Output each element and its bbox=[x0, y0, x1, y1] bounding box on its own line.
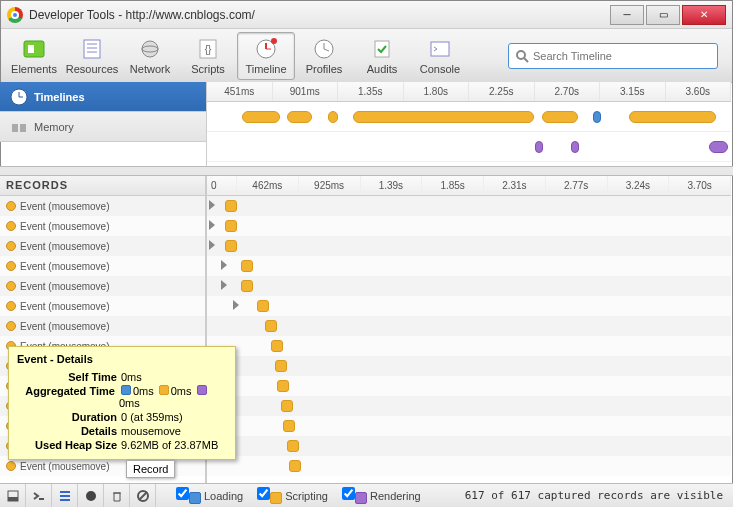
event-marker[interactable] bbox=[277, 380, 289, 392]
event-marker[interactable] bbox=[287, 440, 299, 452]
overview-bar[interactable] bbox=[242, 111, 280, 123]
overview-bar[interactable] bbox=[328, 111, 338, 123]
event-marker[interactable] bbox=[283, 420, 295, 432]
event-marker[interactable] bbox=[257, 300, 269, 312]
chart-row[interactable] bbox=[207, 216, 731, 236]
chart-row[interactable] bbox=[207, 336, 731, 356]
search-box[interactable] bbox=[508, 43, 718, 69]
record-row[interactable]: Event (mousemove) bbox=[0, 296, 205, 316]
record-row[interactable]: Event (mousemove) bbox=[0, 256, 205, 276]
titlebar: Developer Tools - http://www.cnblogs.com… bbox=[1, 1, 732, 29]
maximize-button[interactable]: ▭ bbox=[646, 5, 680, 25]
filter-button[interactable] bbox=[130, 484, 156, 508]
memory-icon bbox=[10, 118, 28, 136]
tab-network[interactable]: Network bbox=[121, 32, 179, 80]
disclosure-triangle-icon[interactable] bbox=[209, 200, 215, 210]
record-row[interactable]: Event (mousemove) bbox=[0, 196, 205, 216]
event-marker[interactable] bbox=[225, 220, 237, 232]
overview-bar[interactable] bbox=[709, 141, 728, 153]
sidetab-label: Timelines bbox=[34, 91, 85, 103]
record-row[interactable]: Event (mousemove) bbox=[0, 236, 205, 256]
loading-checkbox[interactable] bbox=[176, 487, 189, 500]
event-marker[interactable] bbox=[289, 460, 301, 472]
overview-bar[interactable] bbox=[593, 111, 601, 123]
scripting-checkbox[interactable] bbox=[257, 487, 270, 500]
chart-row[interactable] bbox=[207, 396, 731, 416]
event-bullet-icon bbox=[6, 461, 16, 471]
event-marker[interactable] bbox=[275, 360, 287, 372]
rendering-checkbox[interactable] bbox=[342, 487, 355, 500]
tab-label: Profiles bbox=[306, 63, 343, 75]
svg-point-32 bbox=[86, 491, 96, 501]
svg-rect-2 bbox=[84, 40, 100, 58]
overview-bar[interactable] bbox=[353, 111, 535, 123]
records-header: RECORDS bbox=[0, 176, 205, 196]
clear-button[interactable] bbox=[104, 484, 130, 508]
record-row[interactable]: Event (mousemove) bbox=[0, 216, 205, 236]
chart-rows[interactable] bbox=[207, 196, 731, 483]
disclosure-triangle-icon[interactable] bbox=[209, 240, 215, 250]
splitter[interactable] bbox=[0, 166, 733, 176]
overview-bar[interactable] bbox=[287, 111, 312, 123]
legend-rendering[interactable]: Rendering bbox=[342, 487, 421, 503]
event-marker[interactable] bbox=[241, 260, 253, 272]
tab-timeline[interactable]: Timeline bbox=[237, 32, 295, 80]
close-button[interactable]: ✕ bbox=[682, 5, 726, 25]
chart-row[interactable] bbox=[207, 376, 731, 396]
list-view-button[interactable] bbox=[52, 484, 78, 508]
tab-audits[interactable]: Audits bbox=[353, 32, 411, 80]
sidetab-timelines[interactable]: Timelines bbox=[0, 82, 206, 112]
minimize-button[interactable]: ─ bbox=[610, 5, 644, 25]
record-label: Event (mousemove) bbox=[20, 461, 109, 472]
event-marker[interactable] bbox=[225, 200, 237, 212]
disclosure-triangle-icon[interactable] bbox=[209, 220, 215, 230]
event-marker[interactable] bbox=[281, 400, 293, 412]
tab-scripts[interactable]: {}Scripts bbox=[179, 32, 237, 80]
overview-track-1[interactable] bbox=[207, 102, 731, 132]
profiles-icon bbox=[310, 37, 338, 61]
chart-row[interactable] bbox=[207, 296, 731, 316]
event-marker[interactable] bbox=[271, 340, 283, 352]
tab-console[interactable]: Console bbox=[411, 32, 469, 80]
chart-row[interactable] bbox=[207, 196, 731, 216]
sidetab-memory[interactable]: Memory bbox=[0, 112, 206, 142]
overview-bar[interactable] bbox=[571, 141, 579, 153]
disclosure-triangle-icon[interactable] bbox=[233, 300, 239, 310]
record-row[interactable]: Event (mousemove) bbox=[0, 276, 205, 296]
chart-row[interactable] bbox=[207, 236, 731, 256]
tab-resources[interactable]: Resources bbox=[63, 32, 121, 80]
event-marker[interactable] bbox=[265, 320, 277, 332]
chart-row[interactable] bbox=[207, 276, 731, 296]
event-bullet-icon bbox=[6, 301, 16, 311]
disclosure-triangle-icon[interactable] bbox=[221, 260, 227, 270]
dock-button[interactable] bbox=[0, 484, 26, 508]
console-toggle-button[interactable] bbox=[26, 484, 52, 508]
tab-elements[interactable]: Elements bbox=[5, 32, 63, 80]
svg-rect-24 bbox=[12, 124, 18, 132]
record-row[interactable]: Event (mousemove) bbox=[0, 316, 205, 336]
event-marker[interactable] bbox=[241, 280, 253, 292]
disclosure-triangle-icon[interactable] bbox=[221, 280, 227, 290]
chart-row[interactable] bbox=[207, 436, 731, 456]
statusbar: Loading Scripting Rendering 617 of 617 c… bbox=[0, 483, 733, 507]
search-input[interactable] bbox=[533, 50, 711, 62]
record-button[interactable] bbox=[78, 484, 104, 508]
network-icon bbox=[136, 37, 164, 61]
legend-loading[interactable]: Loading bbox=[176, 487, 243, 503]
chart-row[interactable] bbox=[207, 456, 731, 476]
svg-line-34 bbox=[139, 492, 147, 500]
chart-row[interactable] bbox=[207, 256, 731, 276]
tick: 1.35s bbox=[338, 82, 404, 101]
chart-row[interactable] bbox=[207, 316, 731, 336]
overview-bar[interactable] bbox=[542, 111, 578, 123]
overview-bar[interactable] bbox=[629, 111, 716, 123]
chart-row[interactable] bbox=[207, 416, 731, 436]
chart-row[interactable] bbox=[207, 356, 731, 376]
svg-rect-17 bbox=[375, 41, 389, 57]
tab-profiles[interactable]: Profiles bbox=[295, 32, 353, 80]
overview-track-2[interactable] bbox=[207, 132, 731, 162]
duration-value: 0 (at 359ms) bbox=[121, 411, 183, 423]
overview-bar[interactable] bbox=[535, 141, 543, 153]
legend-scripting[interactable]: Scripting bbox=[257, 487, 328, 503]
event-marker[interactable] bbox=[225, 240, 237, 252]
